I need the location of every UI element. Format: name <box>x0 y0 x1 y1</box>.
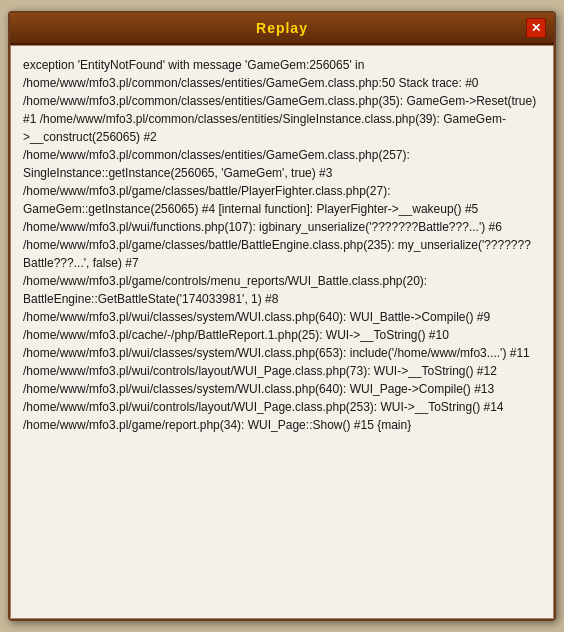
title-bar: Replay ✕ <box>10 13 554 45</box>
window-title: Replay <box>38 20 526 36</box>
close-button[interactable]: ✕ <box>526 18 546 38</box>
content-area[interactable]: exception 'EntityNotFound' with message … <box>10 45 554 619</box>
replay-window: Replay ✕ exception 'EntityNotFound' with… <box>8 11 556 621</box>
error-message: exception 'EntityNotFound' with message … <box>23 56 541 434</box>
